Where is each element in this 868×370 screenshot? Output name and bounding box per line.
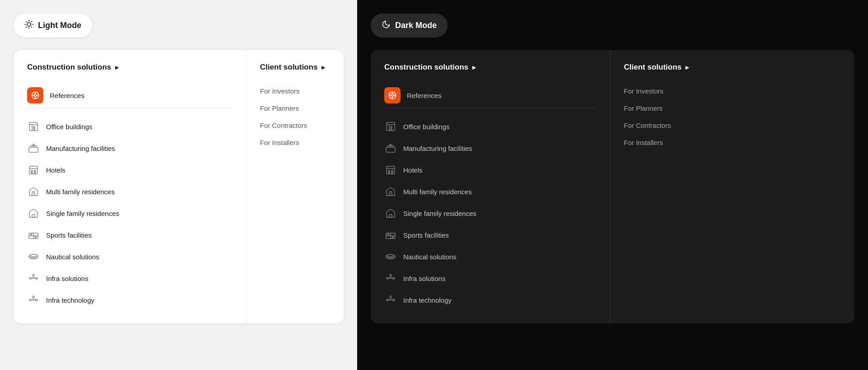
light-client-header: Client solutions ► [260,63,330,72]
dark-contractors-label: For Contractors [624,122,671,129]
svg-rect-62 [391,129,392,131]
svg-rect-72 [389,215,392,217]
dark-infra-tech-item[interactable]: Infra technology [384,289,596,311]
dark-mode-label: Dark Mode [395,21,437,30]
dark-manufacturing-item[interactable]: Manufacturing facilities [384,137,596,159]
dark-contractors-item[interactable]: For Contractors [624,117,723,134]
dark-infra-solutions-item[interactable]: Infra solutions [384,267,596,289]
light-divider [27,108,232,108]
svg-rect-68 [388,170,390,172]
dark-references-item[interactable]: References [384,83,596,108]
dark-hotels-item[interactable]: Hotels [384,159,596,181]
light-manufacturing-label: Manufacturing facilities [46,145,115,152]
hotel-icon [27,164,40,176]
light-sports-label: Sports facilities [46,231,92,239]
dark-menu-card: Construction solutions ► References [371,50,854,323]
dark-sports-item[interactable]: Sports facilities [384,224,596,246]
light-singlefamily-item[interactable]: Single family residences [27,202,232,224]
svg-point-34 [35,237,37,238]
light-singlefamily-label: Single family residences [46,210,119,217]
light-sports-item[interactable]: Sports facilities [27,224,232,246]
light-infra-tech-item[interactable]: Infra technology [27,289,232,311]
svg-rect-29 [32,215,35,217]
dark-construction-header: Construction solutions ► [384,63,596,72]
light-mode-toggle[interactable]: Light Mode [14,14,92,37]
infra-solutions-icon [27,272,40,285]
light-infra-tech-label: Infra technology [46,296,94,304]
light-construction-section: Construction solutions ► References [14,50,246,323]
dark-references-icon [384,87,401,103]
svg-line-4 [31,27,32,27]
singlefamily-icon [27,207,40,220]
svg-rect-28 [34,172,36,174]
multifamily-icon [27,185,40,198]
dark-manufacturing-label: Manufacturing facilities [403,145,472,152]
dark-construction-section: Construction solutions ► References [371,50,610,323]
svg-rect-25 [31,170,33,172]
svg-point-77 [392,237,394,238]
dark-multifamily-icon [384,185,397,198]
dark-singlefamily-item[interactable]: Single family residences [384,202,596,224]
svg-rect-71 [392,172,393,174]
light-office-item[interactable]: Office buildings [27,116,232,137]
manufacturing-icon [27,142,40,155]
svg-point-0 [27,23,31,26]
light-nautical-item[interactable]: Nautical solutions [27,246,232,267]
dark-planners-item[interactable]: For Planners [624,100,723,117]
light-references-label: References [50,92,85,99]
dark-office-icon [384,120,397,133]
light-multifamily-item[interactable]: Multi family residences [27,181,232,202]
dark-nautical-item[interactable]: Nautical solutions [384,246,596,267]
light-infra-solutions-label: Infra solutions [46,275,88,282]
dark-multifamily-item[interactable]: Multi family residences [384,181,596,202]
construction-chevron-icon: ► [114,64,120,71]
svg-point-33 [31,234,32,235]
sun-icon [24,20,33,31]
light-hotels-label: Hotels [46,166,66,174]
svg-rect-19 [33,129,35,131]
dark-nautical-label: Nautical solutions [403,253,457,261]
dark-client-header: Client solutions ► [624,63,723,72]
svg-rect-26 [34,170,36,172]
svg-rect-63 [386,147,395,152]
light-nautical-label: Nautical solutions [46,253,99,261]
construction-chevron-icon-dark: ► [471,64,477,71]
svg-point-76 [388,234,389,235]
office-icon [27,120,40,133]
light-contractors-item[interactable]: For Contractors [260,117,330,134]
svg-line-8 [31,22,32,22]
dark-infra-tech-label: Infra technology [403,296,452,304]
light-office-label: Office buildings [46,123,92,131]
dark-planners-label: For Planners [624,104,663,112]
light-manufacturing-item[interactable]: Manufacturing facilities [27,137,232,159]
light-references-item[interactable]: References [27,83,232,108]
infra-tech-icon [27,294,40,306]
light-hotels-item[interactable]: Hotels [27,159,232,181]
dark-references-label: References [407,92,442,99]
client-chevron-icon-dark: ► [684,64,691,71]
dark-investors-item[interactable]: For Investors [624,83,723,100]
references-icon [27,87,43,103]
svg-line-3 [26,22,27,22]
dark-multifamily-label: Multi family residences [403,188,472,196]
dark-installers-item[interactable]: For Installers [624,134,723,151]
moon-icon [382,20,391,31]
dark-mode-toggle[interactable]: Dark Mode [371,14,448,37]
light-menu-card: Construction solutions ► References [14,50,344,323]
light-investors-item[interactable]: For Investors [260,83,330,100]
light-mode-label: Light Mode [38,21,81,30]
dark-panel: Dark Mode Construction solutions ► [357,0,868,370]
dark-hotel-icon [384,164,397,176]
light-planners-item[interactable]: For Planners [260,100,330,117]
svg-rect-66 [387,166,395,174]
light-infra-solutions-item[interactable]: Infra solutions [27,267,232,289]
dark-infra-solutions-icon [384,272,397,285]
dark-nautical-icon [384,250,397,263]
light-installers-item[interactable]: For Installers [260,134,330,151]
svg-rect-23 [29,166,38,174]
svg-rect-20 [29,147,38,152]
sports-icon [27,229,40,241]
light-investors-label: For Investors [260,87,300,95]
dark-office-item[interactable]: Office buildings [384,116,596,137]
dark-installers-label: For Installers [624,139,663,146]
